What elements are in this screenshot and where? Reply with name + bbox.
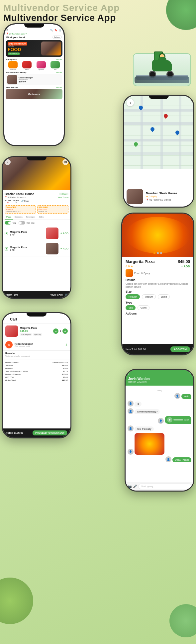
details-title: Details xyxy=(126,278,190,282)
qty-minus-button[interactable]: − xyxy=(53,328,58,334)
veg-dot-2 xyxy=(5,247,8,250)
chat-input[interactable]: Start typing , xyxy=(138,484,191,489)
distance-stat: 2.2 km 📍 xyxy=(5,200,11,204)
cart-icon[interactable]: 🛒 xyxy=(59,29,62,32)
menu-item-image xyxy=(46,228,58,239)
location-bar[interactable]: 📍 20 Pavelian park ▾ xyxy=(6,33,62,35)
non-veg-toggle[interactable]: Non-Veg xyxy=(19,221,34,225)
type-veg[interactable]: Veg xyxy=(126,305,136,310)
bookmark-icon[interactable]: 🔖 xyxy=(54,29,57,32)
chat-messages: Today Hello 👤 👤 Hi 👤 Is there food ready… xyxy=(126,386,193,491)
tab-pizza[interactable]: Pizza xyxy=(5,215,13,220)
bill-row-discount: Discount $0.00 xyxy=(5,367,68,370)
menu-item-2[interactable]: Margerita Pizza $ 48 + ADD xyxy=(3,241,70,256)
menu-item-1[interactable]: Margerita Pizza $ 45 + ADD xyxy=(3,226,70,241)
new-arrivals-view-all[interactable]: View All xyxy=(56,86,62,88)
popular-item-info: Classic Burger Hungry Puppets $29.00 xyxy=(19,77,61,83)
phone-notch xyxy=(149,96,169,99)
chat-input-bar: 📷 🎤 Start typing , xyxy=(126,482,193,491)
categories-list: Breakfast Italian Japanese New xyxy=(6,61,62,70)
add-to-cart-button-2[interactable]: + ADD xyxy=(60,247,68,250)
new-arrivals-banner: Delicious xyxy=(6,89,62,99)
back-button[interactable]: ‹ xyxy=(128,373,191,376)
dot-3[interactable] xyxy=(160,252,162,254)
checkout-button[interactable]: PROCEED TO CHECKOUT xyxy=(33,430,67,435)
coupons-section: 50% OFF TRYNEW Valid till Jan 31,2022 $2… xyxy=(3,205,70,215)
add-item-button[interactable]: ADD ITEM xyxy=(170,346,190,352)
tab-beverages[interactable]: Beverages xyxy=(24,215,37,220)
photo-icon[interactable]: 🖼 xyxy=(62,159,68,165)
mic-icon[interactable]: 🎤 xyxy=(133,485,137,488)
categories-title: Categories xyxy=(6,58,17,60)
food-rating: 4.0 ★ xyxy=(126,265,133,268)
menu-tabs: Pizza Desserts Beverages Sides xyxy=(3,215,70,220)
tab-sides[interactable]: Sides xyxy=(37,215,45,220)
coupon-add-button[interactable]: + xyxy=(65,342,68,347)
delivery-button[interactable]: Delivery xyxy=(52,36,62,39)
food-name-row: Margerita Pizza $45.00 xyxy=(126,259,190,264)
receiver-avatar-3: 👤 xyxy=(128,425,134,431)
view-timing-link[interactable]: View Timing xyxy=(58,196,68,198)
qty-plus-button[interactable]: + xyxy=(62,328,68,334)
back-button[interactable]: ‹ xyxy=(127,99,134,106)
veg-toggle[interactable]: Veg xyxy=(5,221,16,225)
road-h4 xyxy=(124,152,193,155)
size-tag: Size: Regular xyxy=(20,333,32,336)
popular-item[interactable]: Classic Burger Hungry Puppets $29.00 xyxy=(6,74,62,85)
addons-title: Addons xyxy=(126,312,190,315)
category-italian[interactable]: Italian xyxy=(21,61,34,70)
search-icon[interactable]: 🔍 xyxy=(50,29,53,32)
camera-icon[interactable]: 📷 xyxy=(128,485,132,488)
menu-item-info: Margerita Pizza $ 45 xyxy=(10,231,44,236)
popular-header: Popular Food Nearby View All xyxy=(6,70,62,74)
category-new[interactable]: New xyxy=(49,61,62,70)
restaurant-name: Brazian Steak House xyxy=(5,192,34,196)
type-options: Veg Garlic xyxy=(126,305,190,310)
share-stat[interactable]: 🔗 Share xyxy=(21,200,30,204)
coupon-2[interactable]: $20 OFF FIRSTYOU valid till Jan xyxy=(37,205,68,214)
phone-food-detail: Margerita Pizza $45.00 4.0 ★ + ADD Food … xyxy=(121,213,194,355)
dot-1[interactable] xyxy=(153,252,155,254)
receiver-avatar: 👤 xyxy=(128,401,134,407)
breakfast-icon xyxy=(8,61,18,68)
cart-item-info: Margerita Pizza $45.00 Size: Regular Typ… xyxy=(20,327,51,336)
popular-view-all[interactable]: View All xyxy=(56,71,62,73)
bubble-yes: Yes, It's ready xyxy=(135,426,154,431)
menu-item-info-2: Margerita Pizza $ 48 xyxy=(10,246,44,251)
restaurant-card[interactable]: Brazilian Steak House ★ 5.0 (8) 📍 91 Par… xyxy=(124,186,193,207)
coupon-section: % Redeem Coupon Add coupon code + xyxy=(3,339,70,351)
type-garlic[interactable]: Garlic xyxy=(138,305,149,310)
categories-view-all[interactable]: View All xyxy=(56,58,62,60)
category-breakfast[interactable]: Breakfast xyxy=(6,61,20,70)
phone-restaurant-detail: ‹ 🖼 Brazian Steak House ● Open 📍 91 Park… xyxy=(2,156,71,299)
dot-2[interactable] xyxy=(157,252,159,254)
play-button[interactable]: ▶ xyxy=(167,417,172,422)
road-h3 xyxy=(124,139,193,141)
category-japanese[interactable]: Japanese xyxy=(35,61,48,70)
view-cart-button[interactable]: VIEW CART 🛒 xyxy=(50,293,68,296)
coupon-1[interactable]: 50% OFF TRYNEW Valid till Jan 31,2022 xyxy=(5,205,36,214)
bill-details: Delivery Option: Delivery ($10.00) Subto… xyxy=(3,359,70,383)
image-dots xyxy=(153,252,162,254)
remarks-section: Remarks Write remarks for restaurant xyxy=(3,351,70,359)
cart-bar[interactable]: 3 Item | $90 VIEW CART 🛒 xyxy=(3,291,70,298)
add-to-cart-button[interactable]: + ADD xyxy=(60,232,68,235)
restaurant-rating: ★ 5.0 (8) xyxy=(146,195,191,198)
quantity-control[interactable]: − 1 + xyxy=(53,328,68,334)
add-button[interactable]: + ADD xyxy=(181,265,190,268)
order-now-button[interactable]: ORDER NOW > xyxy=(8,52,20,55)
main-title: Multivendor Service App Multivendor Serv… xyxy=(3,3,193,23)
coupon-sub: Add coupon code xyxy=(15,345,65,347)
size-large[interactable]: Large xyxy=(158,294,170,299)
veg-dot xyxy=(5,232,8,235)
size-medium[interactable]: Medium xyxy=(142,294,156,299)
title-shadow: Multivendor Service App xyxy=(3,3,193,13)
back-button[interactable]: ‹ xyxy=(5,159,11,165)
tab-desserts[interactable]: Desserts xyxy=(13,215,24,220)
menu-icon[interactable]: ☰ xyxy=(6,29,8,32)
size-regular[interactable]: Regular xyxy=(126,294,140,299)
menu-icon[interactable]: ☰ xyxy=(5,318,8,321)
cart-count: 3 Item | $90 xyxy=(5,294,18,296)
categories-header: Categories View All xyxy=(6,57,62,61)
remarks-input[interactable]: Write remarks for restaurant xyxy=(5,355,68,357)
